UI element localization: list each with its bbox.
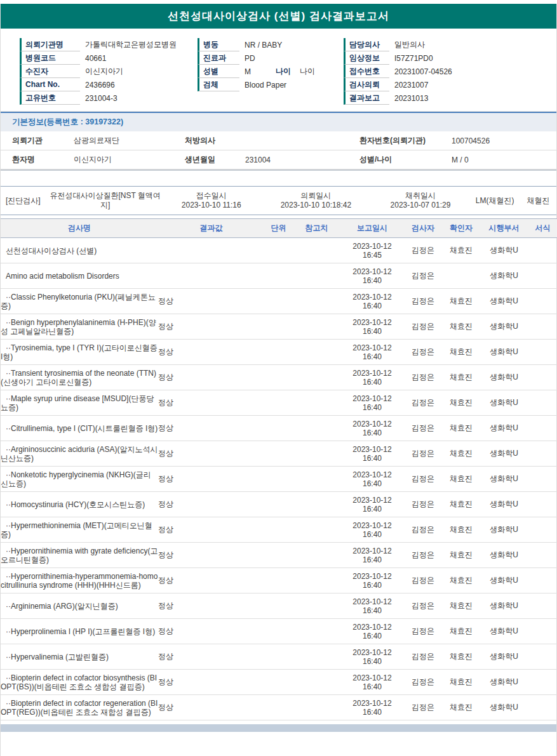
result-value [158, 263, 264, 289]
unit-value [264, 441, 293, 467]
field-label: 접수번호 [344, 65, 389, 78]
format-value [528, 441, 557, 467]
result-row: ··Benign hyperphenylalaninemia (H-PHE)(양… [1, 314, 557, 340]
result-value: 정상 [158, 619, 264, 644]
report-time: 16:40 [340, 682, 404, 691]
report-date: 2023-10-12 [340, 242, 404, 251]
report-datetime: 2023-10-12 16:40 [340, 467, 404, 492]
field-value-2 [123, 65, 132, 78]
field-value: 20231013 [389, 91, 428, 105]
result-row: ··Maple syrup urine disease [MSUD](단풍당뇨증… [1, 390, 557, 416]
unit-value [264, 492, 293, 517]
unit-value [264, 619, 293, 644]
receipt-time: 2023-10-10 11:16 [162, 201, 260, 210]
confirmer-name: 채효진 [442, 644, 480, 670]
format-value [528, 467, 557, 492]
field-label: 수진자 [20, 65, 80, 78]
format-value [528, 695, 557, 720]
result-row: ··Argininosuccinic aciduria (ASA)(알지노석시닌… [1, 441, 557, 467]
field-value-2 [426, 38, 434, 51]
result-value: 정상 [158, 467, 264, 492]
field-value: NR / BABY [239, 38, 282, 51]
report-time: 16:40 [340, 657, 404, 666]
department-name: 생화학U [480, 263, 528, 289]
format-value [528, 517, 557, 543]
test-name: ··Biopterin defect in cofactor regenerat… [1, 695, 158, 720]
tester-name: 김정은 [404, 416, 442, 441]
report-time: 16:40 [340, 479, 404, 488]
field-label: 임상정보 [344, 51, 389, 65]
format-value [528, 568, 557, 594]
basic-info-header: 기본정보(등록번호 : 39197322) [1, 112, 556, 131]
patient-info-row: 검체 Blood Paper [198, 78, 344, 91]
result-value: 정상 [158, 365, 264, 390]
tester-name: 김정은 [404, 517, 442, 543]
patient-info-row: 담당의사 일반의사 [344, 38, 553, 51]
report-date: 2023-10-12 [340, 521, 404, 530]
field-label: 성별/나이 [359, 154, 452, 165]
field-value: I57Z71PD0 [389, 51, 433, 65]
confirmer-name: 채효진 [442, 543, 480, 568]
confirmer-name: 채효진 [442, 238, 480, 263]
col-header-confirmer: 확인자 [442, 219, 480, 238]
department-name: 생화학U [480, 619, 528, 644]
report-time: 16:40 [340, 276, 404, 285]
col-header-report-date: 보고일시 [340, 219, 404, 238]
tester-name: 김정은 [404, 492, 442, 517]
report-date: 2023-10-12 [340, 267, 404, 276]
field-label: 결과보고 [344, 91, 389, 105]
format-value [528, 238, 557, 263]
tester-name: 김정은 [404, 441, 442, 467]
unit-value [264, 695, 293, 720]
report-time: 16:40 [340, 352, 404, 361]
result-value: 정상 [158, 314, 264, 340]
report-datetime: 2023-10-12 16:40 [340, 416, 404, 441]
confirmer-name: 채효진 [442, 467, 480, 492]
basic-info-table: 의뢰기관 삼광의료재단 처방의사 환자번호(의뢰기관) 100704526 환자… [1, 131, 556, 171]
department-name: 생화학U [480, 416, 528, 441]
report-datetime: 2023-10-12 16:40 [340, 340, 404, 365]
patient-info-row: 고유번호 231004-3 [20, 91, 198, 105]
report-time: 16:40 [340, 530, 404, 539]
test-name: ··Argininemia (ARG)(알지닌혈증) [1, 594, 158, 619]
report-time: 16:40 [340, 302, 404, 310]
field-value: M [239, 65, 276, 78]
report-time: 16:40 [340, 378, 404, 387]
result-row: 선천성대사이상검사 (선별) 2023-10-12 16:45 김정은 채효진 … [1, 238, 557, 263]
unit-value [264, 289, 293, 314]
field-value-2 [177, 38, 185, 51]
confirmer-name: 채효진 [442, 441, 480, 467]
test-name: 선천성대사이상검사 (선별) [1, 238, 158, 263]
report-date: 2023-10-12 [340, 623, 404, 632]
report-date: 2023-10-12 [340, 597, 404, 606]
report-time: 16:40 [340, 708, 404, 717]
result-row: ··Homocystinuria (HCY)(호모시스틴뇨증) 정상 2023-… [1, 492, 557, 517]
field-value: 이신지아기 [80, 65, 123, 78]
format-value [528, 314, 557, 340]
result-value: 정상 [158, 340, 264, 365]
tester-name: 김정은 [404, 695, 442, 720]
report-datetime: 2023-10-12 16:45 [340, 238, 404, 263]
confirmer-name: 채효진 [442, 594, 480, 619]
basic-info-row: 의뢰기관 삼광의료재단 처방의사 환자번호(의뢰기관) 100704526 [1, 131, 556, 150]
test-name: ··Tyrosinemia, type I (TYR I)(고타이로신혈증 I형… [1, 340, 158, 365]
reference-range [293, 594, 340, 619]
results-header-row: 검사명 결과값 단위 참고치 보고일시 검사자 확인자 시행부서 서식 [1, 219, 557, 238]
test-name: ··Benign hyperphenylalaninemia (H-PHE)(양… [1, 314, 158, 340]
result-row: ··Classic Phenylketonuria (PKU)(페닐케톤뇨증) … [1, 289, 557, 314]
field-value-2 [452, 65, 461, 78]
results-table: 검사명 결과값 단위 참고치 보고일시 검사자 확인자 시행부서 서식 선천성대… [1, 218, 557, 720]
tester-name: 김정은 [404, 670, 442, 695]
test-name: ··Hypervalinemia (고발린혈증) [1, 644, 158, 670]
department-name: 생화학U [480, 568, 528, 594]
reference-range [293, 416, 340, 441]
report-date: 2023-10-12 [340, 318, 404, 327]
result-row: Amino acid metabolism Disorders 2023-10-… [1, 263, 557, 289]
basic-info-title: 기본정보(등록번호 : 39197322) [12, 117, 123, 126]
reference-range [293, 365, 340, 390]
result-value [158, 238, 264, 263]
confirmer-name: 채효진 [442, 517, 480, 543]
collection-label: 채취일시 [372, 191, 470, 201]
tester-name: 김정은 [404, 340, 442, 365]
receipt-datetime: 접수일시 2023-10-10 11:16 [162, 191, 260, 210]
